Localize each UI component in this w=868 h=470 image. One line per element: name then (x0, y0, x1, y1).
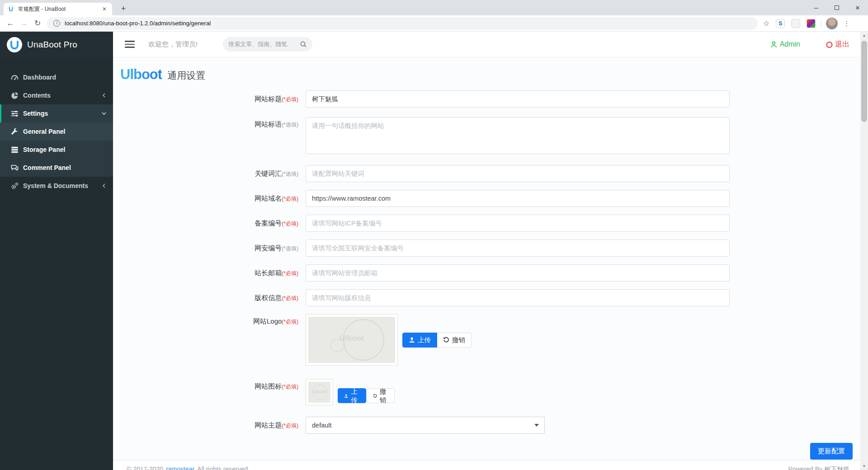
form-row-domain: 网站域名(*必填) (120, 190, 860, 207)
user-icon (770, 41, 778, 48)
form-row-site-title: 网站标题(*必填) (120, 90, 860, 108)
form-row-email: 站长邮箱(*必填) (120, 264, 860, 282)
footer-link[interactable]: ramostear (166, 465, 194, 470)
profile-avatar[interactable] (826, 18, 838, 29)
sidebar-item-contents[interactable]: Contents (0, 86, 113, 104)
server-icon (11, 146, 19, 154)
extension-icon[interactable] (807, 19, 816, 28)
window-restore-button[interactable] (826, 0, 847, 15)
address-toolbar: ← → ↻ i localhost:8080/una-boot-pro-1.2.… (0, 15, 868, 32)
welcome-text: 欢迎您，管理员! (148, 40, 198, 49)
site-logo-preview: Ulboot (306, 314, 398, 366)
search-input[interactable]: 搜索文章、指南、随笔 (223, 37, 312, 52)
logo-watermark: Ulboot (308, 334, 395, 343)
reload-button[interactable]: ↻ (31, 19, 44, 28)
browser-tab[interactable]: 常规配置 - UnaBoot ✕ (4, 3, 112, 15)
extension-icon[interactable] (791, 19, 800, 28)
toolbar-divider (821, 19, 821, 28)
theme-select[interactable]: default (306, 417, 545, 434)
site-keywords-input[interactable] (306, 165, 730, 182)
comments-icon (11, 164, 19, 172)
main-panel: 欢迎您，管理员! 搜索文章、指南、随笔 Admin (113, 32, 860, 470)
page-scrollbar[interactable]: ▲ ▼ (860, 32, 868, 470)
app-header: 欢迎您，管理员! 搜索文章、指南、随笔 Admin (113, 32, 860, 57)
gauge-icon (11, 74, 19, 81)
site-domain-input[interactable] (306, 190, 730, 207)
upload-icon (344, 393, 348, 399)
security-number-input[interactable] (306, 240, 730, 257)
admin-account-link[interactable]: Admin (770, 40, 800, 48)
unaboot-favicon-icon (7, 5, 14, 13)
browser-menu-icon[interactable]: ⋮ (843, 19, 850, 28)
logo-upload-button[interactable]: 上传 (402, 333, 437, 348)
form-row-copyright: 版权信息(*必填) (120, 289, 860, 307)
undo-icon (443, 337, 449, 343)
address-bar[interactable]: i localhost:8080/una-boot-pro-1.2.0/admi… (47, 17, 758, 30)
sidebar-item-system-documents[interactable]: System & Documents (0, 177, 113, 195)
form-row-slogan: 网站标语(*选填) (120, 117, 860, 156)
back-button[interactable]: ← (4, 19, 17, 28)
logo-undo-button[interactable]: 撤销 (437, 333, 472, 348)
webmaster-email-input[interactable] (306, 264, 730, 282)
scrollbar-thumb[interactable] (861, 41, 867, 122)
search-placeholder: 搜索文章、指南、随笔 (228, 40, 300, 48)
extension-icon[interactable]: S (776, 19, 785, 28)
footer: © 2017-2020ramostearAll rights reserved … (113, 460, 860, 470)
form-row-icp: 备案编号(*必填) (120, 215, 860, 232)
form-row-keywords: 关键词汇(*选填) (120, 165, 860, 183)
select-caret-icon (534, 424, 539, 427)
unaboot-logo-icon (6, 37, 23, 53)
page-title: 通用设置 (167, 68, 205, 83)
wrench-icon (11, 128, 19, 136)
url-text: localhost:8080/una-boot-pro-1.2.0/admin/… (65, 20, 211, 27)
sidebar: UnaBoot Pro Dashboard Contents (0, 32, 113, 470)
scroll-down-icon[interactable]: ▼ (860, 462, 868, 470)
brand[interactable]: UnaBoot Pro (0, 32, 113, 57)
site-favicon-preview: Ulboot (306, 379, 333, 405)
chevron-down-icon (101, 111, 107, 116)
sidebar-item-dashboard[interactable]: Dashboard (0, 68, 113, 86)
sidebar-item-comment-panel[interactable]: Comment Panel (0, 159, 113, 177)
favicon-upload-button[interactable]: 上传 (338, 388, 366, 403)
tab-close-icon[interactable]: ✕ (100, 6, 108, 12)
sidebar-item-general-panel[interactable]: General Panel (0, 122, 113, 141)
form-row-favicon: 网站图标(*必填) Ulboot (120, 379, 860, 405)
copyright-input[interactable] (306, 289, 730, 306)
brand-name: UnaBoot Pro (27, 40, 77, 50)
favicon-undo-button[interactable]: 撤销 (367, 388, 395, 403)
general-settings-form: 网站标题(*必填) 网站标语(*选填) 关键词汇(*选填) 网站域名(*必填) (120, 90, 860, 460)
sidebar-item-settings[interactable]: Settings (0, 104, 113, 122)
unaboot-wordmark: Ulboot (120, 66, 162, 83)
upload-icon (409, 337, 415, 343)
powered-by-text: Powered By 树下魅狐 (788, 465, 849, 470)
form-row-security: 网安编号(*选填) (120, 240, 860, 257)
forward-button[interactable]: → (17, 19, 31, 28)
pie-chart-icon (11, 92, 19, 99)
tab-strip: 常规配置 - UnaBoot ✕ + ─ ✕ (0, 0, 868, 15)
site-slogan-textarea[interactable] (306, 117, 730, 154)
favicon-watermark: Ulboot (308, 390, 330, 394)
window-close-button[interactable]: ✕ (847, 0, 868, 15)
sidebar-item-storage-panel[interactable]: Storage Panel (0, 141, 113, 159)
site-title-input[interactable] (306, 90, 730, 108)
icp-number-input[interactable] (306, 215, 730, 232)
logout-link[interactable]: 退出 (826, 40, 849, 49)
chevron-left-icon (101, 93, 107, 98)
hamburger-menu-icon[interactable] (125, 39, 135, 50)
page-info-icon[interactable]: i (53, 20, 60, 27)
gears-icon (11, 182, 19, 190)
form-row-theme: 网站主题(*必填) default (120, 417, 860, 434)
scroll-up-icon[interactable]: ▲ (860, 32, 868, 39)
update-config-button[interactable]: 更新配置 (810, 443, 853, 460)
chevron-left-icon (101, 183, 107, 188)
sliders-icon (11, 110, 19, 118)
search-icon[interactable] (300, 41, 307, 48)
bookmark-star-icon[interactable]: ☆ (763, 19, 769, 28)
copyright-text: © 2017-2020 (127, 465, 163, 470)
power-icon (826, 41, 833, 48)
window-minimize-button[interactable]: ─ (806, 0, 826, 15)
undo-icon (373, 393, 377, 399)
tab-title: 常规配置 - UnaBoot (18, 5, 100, 13)
new-tab-button[interactable]: + (118, 3, 129, 15)
form-row-logo: 网站Logo(*必填) Ulboot (120, 314, 860, 366)
